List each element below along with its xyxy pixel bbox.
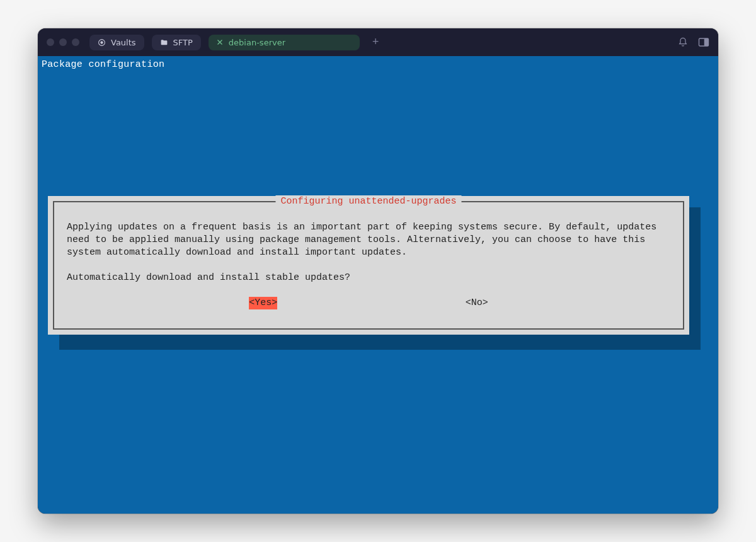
titlebar-right-icons <box>678 37 709 47</box>
bell-icon[interactable] <box>678 37 688 47</box>
record-icon <box>98 38 106 47</box>
titlebar: Vaults SFTP debian-server + <box>38 28 718 56</box>
config-dialog: Configuring unattended-upgrades Applying… <box>48 196 689 335</box>
panel-icon[interactable] <box>698 37 709 47</box>
close-icon[interactable] <box>216 38 224 46</box>
maximize-window-button[interactable] <box>72 38 79 46</box>
terminal-viewport[interactable]: Package configuration Configuring unatte… <box>38 56 718 514</box>
terminal-header-text: Package configuration <box>42 59 164 71</box>
svg-point-1 <box>101 41 103 43</box>
dialog-title: Configuring unattended-upgrades <box>275 195 461 208</box>
svg-rect-3 <box>704 38 709 46</box>
dialog-body-text: Applying updates on a frequent basis is … <box>67 221 670 259</box>
tab-sftp[interactable]: SFTP <box>152 35 201 50</box>
dialog-question-text: Automatically download and install stabl… <box>67 272 670 284</box>
no-button[interactable]: <No> <box>466 297 488 309</box>
dialog-frame: Configuring unattended-upgrades Applying… <box>53 201 684 330</box>
traffic-lights <box>47 38 79 46</box>
yes-button[interactable]: <Yes> <box>249 297 277 309</box>
tab-vaults[interactable]: Vaults <box>89 35 144 50</box>
dialog-button-row: <Yes> <No> <box>67 297 670 309</box>
tab-label: Vaults <box>111 38 136 47</box>
close-window-button[interactable] <box>47 38 54 46</box>
new-tab-button[interactable]: + <box>367 35 384 50</box>
tab-label: debian-server <box>229 38 285 47</box>
folder-icon <box>160 38 168 47</box>
app-window: Vaults SFTP debian-server + Package <box>38 28 718 514</box>
tab-label: SFTP <box>173 38 193 47</box>
minimize-window-button[interactable] <box>59 38 67 46</box>
tab-debian-server[interactable]: debian-server <box>209 35 360 50</box>
